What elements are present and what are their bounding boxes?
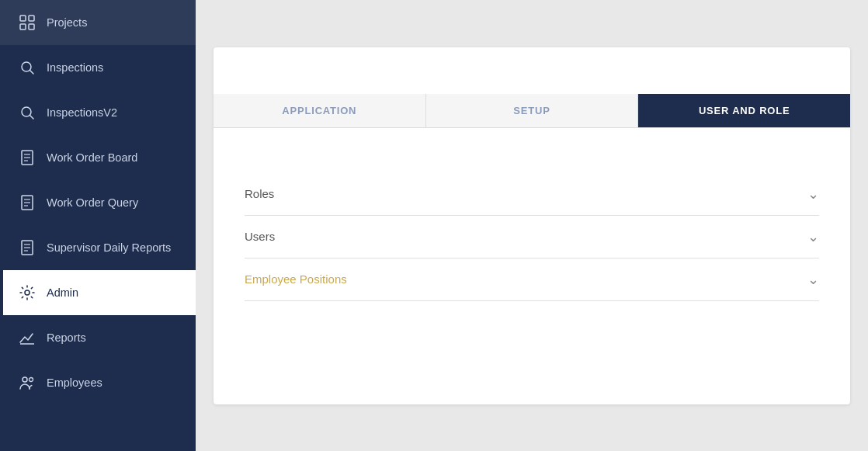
sidebar-label-projects: Projects [47,16,87,29]
sidebar-item-supervisor-daily-reports[interactable]: Supervisor Daily Reports [0,225,196,270]
svg-line-5 [30,71,34,75]
sidebar: Projects Inspections InspectionsV2 Work … [0,0,196,451]
sidebar-item-admin[interactable]: Admin [0,270,196,315]
chevron-down-icon: ⌄ [807,228,819,245]
sidebar-item-work-order-board[interactable]: Work Order Board [0,135,196,180]
sidebar-item-inspections[interactable]: Inspections [0,45,196,90]
people-icon [19,374,36,391]
sidebar-label-work-order-query: Work Order Query [47,196,138,209]
svg-rect-0 [20,16,26,21]
chevron-down-icon: ⌄ [807,186,819,203]
accordion-label-users: Users [245,230,275,243]
accordion-label-employee-positions: Employee Positions [245,272,347,286]
svg-point-23 [30,378,33,382]
sidebar-label-work-order-board: Work Order Board [47,151,137,164]
sidebar-label-inspections-v2: InspectionsV2 [47,106,117,119]
tab-setup[interactable]: SETUP [426,94,639,127]
sidebar-item-projects[interactable]: Projects [0,0,196,45]
chart-icon [19,329,36,346]
sidebar-item-reports[interactable]: Reports [0,315,196,360]
accordion-item-roles[interactable]: Roles⌄ [245,173,819,216]
accordion-list: Roles⌄Users⌄Employee Positions⌄ [245,173,819,301]
svg-point-20 [25,290,30,295]
accordion-label-roles: Roles [245,187,274,200]
sidebar-label-inspections: Inspections [47,61,103,74]
sidebar-label-supervisor-daily-reports: Supervisor Daily Reports [47,241,171,254]
document-icon [19,239,36,256]
chevron-down-icon: ⌄ [807,271,819,288]
tab-bar: APPLICATIONSETUPUSER AND ROLE [214,94,850,128]
sidebar-label-employees: Employees [47,376,102,389]
sidebar-label-admin: Admin [47,286,78,299]
gear-icon [19,284,36,301]
svg-rect-3 [29,24,34,29]
svg-rect-2 [20,24,26,29]
svg-rect-1 [29,16,34,21]
svg-point-22 [23,377,27,382]
search-circle-icon [19,104,36,121]
card-header [214,47,850,94]
main-content: APPLICATIONSETUPUSER AND ROLE Roles⌄User… [196,0,868,451]
tab-user-and-role[interactable]: USER AND ROLE [638,94,850,127]
grid-icon [19,14,36,31]
sidebar-label-reports: Reports [47,331,86,344]
search-circle-icon [19,59,36,76]
accordion-item-users[interactable]: Users⌄ [245,216,819,258]
sidebar-item-work-order-query[interactable]: Work Order Query [0,180,196,225]
accordion-item-employee-positions[interactable]: Employee Positions⌄ [245,258,819,301]
sidebar-item-employees[interactable]: Employees [0,360,196,405]
document-icon [19,194,36,211]
card-body: Roles⌄Users⌄Employee Positions⌄ [214,128,850,404]
tab-application[interactable]: APPLICATION [214,94,426,127]
sidebar-item-inspections-v2[interactable]: InspectionsV2 [0,90,196,135]
svg-line-7 [30,116,34,120]
document-icon [19,149,36,166]
company-card: APPLICATIONSETUPUSER AND ROLE Roles⌄User… [214,47,850,404]
